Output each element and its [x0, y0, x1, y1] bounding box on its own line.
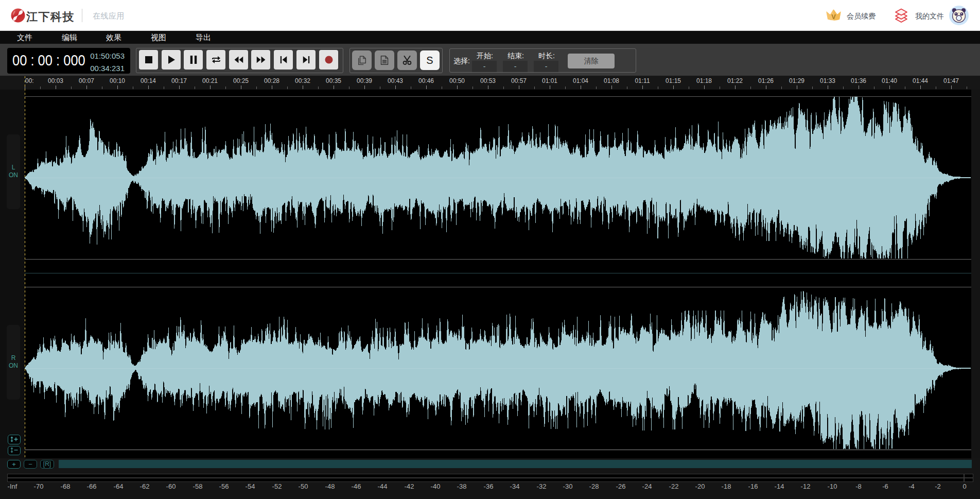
svg-text:V: V [831, 13, 836, 21]
